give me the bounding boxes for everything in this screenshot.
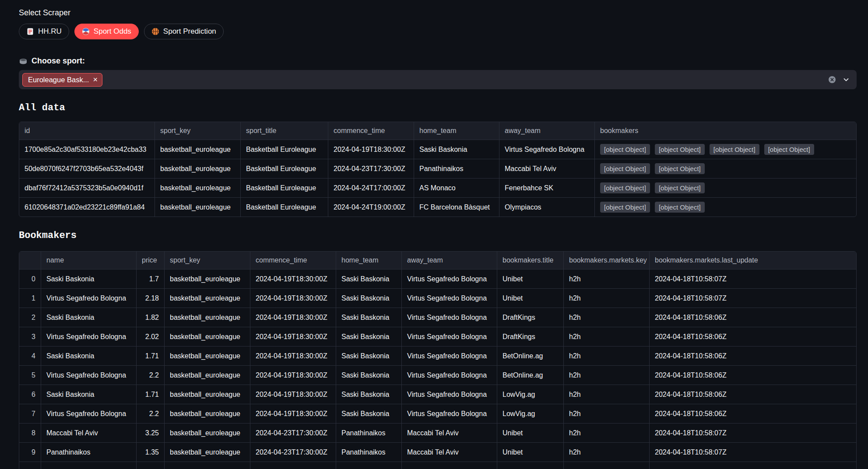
cell[interactable]: 1.82: [137, 308, 165, 327]
pill-sport-prediction[interactable]: Sport Prediction: [144, 24, 224, 39]
row-index-cell[interactable]: 5: [19, 366, 41, 385]
cell[interactable]: 2024-04-18T10:58:07Z: [650, 424, 856, 442]
cell[interactable]: Maccabi Tel Aviv: [402, 424, 497, 442]
cell[interactable]: basketball_euroleague: [165, 308, 250, 327]
cell[interactable]: Virtus Segafredo Bologna: [41, 289, 137, 308]
cell[interactable]: Saski Baskonia: [41, 346, 137, 365]
cell[interactable]: basketball_euroleague: [165, 385, 250, 404]
cell[interactable]: 2024-04-18T10:58:07Z: [650, 289, 856, 308]
cell[interactable]: 2024-04-18T10:58:06Z: [650, 385, 856, 404]
cell[interactable]: Olympiacos: [499, 198, 595, 217]
bookmakers-cell[interactable]: [object Object][object Object]: [595, 198, 856, 217]
row-index-cell[interactable]: 6: [19, 385, 41, 404]
cell[interactable]: basketball_euroleague: [165, 404, 250, 423]
bookmakers-cell[interactable]: [object Object][object Object]: [595, 159, 856, 178]
cell[interactable]: 2024-04-18T10:58:06Z: [650, 366, 856, 385]
cell[interactable]: Unibet: [497, 289, 564, 308]
cell[interactable]: DraftKings: [497, 308, 564, 327]
column-header[interactable]: sport_key: [165, 252, 250, 269]
cell[interactable]: Saski Baskonia: [41, 308, 137, 327]
column-header[interactable]: bookmakers.title: [497, 252, 564, 269]
cell[interactable]: Saski Baskonia: [336, 327, 402, 346]
column-header[interactable]: away_team: [499, 122, 595, 140]
cell[interactable]: basketball_euroleague: [165, 443, 250, 462]
cell[interactable]: Virtus Segafredo Bologna: [402, 327, 497, 346]
cell[interactable]: 50de8070f6247f2703b65ea532e4043f: [19, 159, 155, 178]
cell[interactable]: Panathinaikos: [41, 443, 137, 462]
pill-hh-ru[interactable]: HH.RU: [19, 24, 69, 39]
cell[interactable]: 2024-04-19T18:30:00Z: [250, 327, 336, 346]
pill-sport-odds[interactable]: Sport Odds: [74, 24, 139, 39]
cell[interactable]: 2024-04-18T10:58:07Z: [650, 270, 856, 288]
row-index-cell[interactable]: 7: [19, 404, 41, 423]
cell[interactable]: 3.25: [137, 424, 165, 442]
cell[interactable]: Maccabi Tel Aviv: [402, 443, 497, 462]
cell[interactable]: Maccabi Tel Aviv: [41, 424, 137, 442]
column-header[interactable]: bookmakers.markets.last_update: [650, 252, 856, 269]
cell[interactable]: 2024-04-23T17:30:00Z: [250, 443, 336, 462]
bookmakers-cell[interactable]: [object Object][object Object]: [595, 178, 856, 197]
cell[interactable]: 2.2: [137, 404, 165, 423]
cell[interactable]: h2h: [564, 308, 650, 327]
cell[interactable]: basketball_euroleague: [155, 198, 241, 217]
cell[interactable]: Maccabi Tel Aviv: [499, 159, 595, 178]
cell[interactable]: 1.71: [137, 385, 165, 404]
cell[interactable]: 2024-04-18T10:58:07Z: [650, 443, 856, 462]
cell[interactable]: LowVig.ag: [497, 404, 564, 423]
cell[interactable]: 2.18: [137, 289, 165, 308]
cell[interactable]: Panathinaikos: [336, 443, 402, 462]
cell[interactable]: Virtus Segafredo Bologna: [402, 308, 497, 327]
cell[interactable]: 2024-04-23T17:30:00Z: [328, 159, 414, 178]
cell[interactable]: h2h: [564, 346, 650, 365]
cell[interactable]: 2.02: [137, 327, 165, 346]
cell[interactable]: 1700e85a2c30af533180eb23e42cba33: [19, 140, 155, 159]
cell[interactable]: Saski Baskonia: [336, 385, 402, 404]
cell[interactable]: Virtus Segafredo Bologna: [402, 404, 497, 423]
cell[interactable]: Saski Baskonia: [336, 289, 402, 308]
cell[interactable]: h2h: [564, 270, 650, 288]
cell[interactable]: 2024-04-18T10:58:06Z: [650, 327, 856, 346]
cell[interactable]: Unibet: [497, 270, 564, 288]
cell[interactable]: h2h: [564, 424, 650, 442]
cell[interactable]: dbaf76f72412a5375323b5a0e0940d1f: [19, 178, 155, 197]
cell[interactable]: Saski Baskonia: [336, 308, 402, 327]
column-header[interactable]: home_team: [336, 252, 402, 269]
cell[interactable]: BetOnline.ag: [497, 366, 564, 385]
cell[interactable]: Virtus Segafredo Bologna: [402, 346, 497, 365]
cell[interactable]: 2024-04-23T17:30:00Z: [250, 424, 336, 442]
cell[interactable]: basketball_euroleague: [165, 424, 250, 442]
column-header[interactable]: price: [137, 252, 165, 269]
column-header[interactable]: id: [19, 122, 155, 140]
row-index-cell[interactable]: 3: [19, 327, 41, 346]
row-index-cell[interactable]: 0: [19, 270, 41, 288]
row-index-cell[interactable]: 2: [19, 308, 41, 327]
cell[interactable]: Saski Baskonia: [336, 366, 402, 385]
cell[interactable]: 2024-04-18T10:58:06Z: [650, 346, 856, 365]
column-header[interactable]: [19, 252, 41, 269]
cell[interactable]: Unibet: [497, 443, 564, 462]
column-header[interactable]: name: [41, 252, 137, 269]
cell[interactable]: basketball_euroleague: [155, 178, 241, 197]
cell[interactable]: basketball_euroleague: [165, 327, 250, 346]
cell[interactable]: basketball_euroleague: [165, 366, 250, 385]
cell[interactable]: 2024-04-19T18:30:00Z: [250, 308, 336, 327]
cell[interactable]: 2024-04-19T18:30:00Z: [250, 385, 336, 404]
cell[interactable]: 2024-04-19T18:30:00Z: [328, 140, 414, 159]
row-index-cell[interactable]: 1: [19, 289, 41, 308]
cell[interactable]: Saski Baskonia: [336, 346, 402, 365]
cell[interactable]: Unibet: [497, 424, 564, 442]
cell[interactable]: Panathinaikos: [336, 424, 402, 442]
cell[interactable]: Virtus Segafredo Bologna: [41, 404, 137, 423]
sport-multiselect[interactable]: Euroleague Bask... ×: [19, 70, 857, 89]
cell[interactable]: 2024-04-19T18:30:00Z: [250, 404, 336, 423]
cell[interactable]: 1.71: [137, 346, 165, 365]
cell[interactable]: Virtus Segafredo Bologna: [41, 327, 137, 346]
cell[interactable]: 2024-04-24T17:00:00Z: [328, 178, 414, 197]
row-index-cell[interactable]: 4: [19, 346, 41, 365]
row-index-cell[interactable]: 9: [19, 443, 41, 462]
cell[interactable]: Basketball Euroleague: [241, 159, 328, 178]
cell[interactable]: Saski Baskonia: [414, 140, 499, 159]
cell[interactable]: 2.2: [137, 366, 165, 385]
cell[interactable]: Virtus Segafredo Bologna: [402, 385, 497, 404]
cell[interactable]: Saski Baskonia: [336, 404, 402, 423]
